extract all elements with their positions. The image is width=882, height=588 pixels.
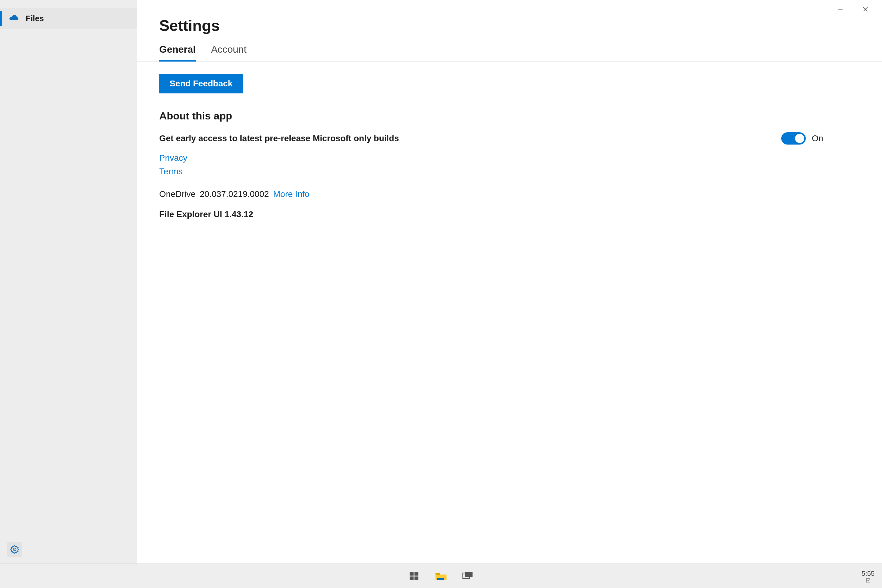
onedrive-version: 20.037.0219.0002	[200, 189, 269, 199]
toggle-row-early-access: Get early access to latest pre-release M…	[159, 132, 860, 144]
taskbar-clock[interactable]: 5:55	[861, 570, 874, 578]
onedrive-name: OneDrive	[159, 189, 195, 199]
tab-general[interactable]: General	[159, 44, 196, 61]
cloud-icon	[9, 13, 19, 24]
taskview-icon	[462, 572, 474, 580]
svg-rect-7	[414, 576, 418, 580]
sidebar: Files	[0, 0, 137, 564]
sidebar-item-files[interactable]: Files	[0, 8, 137, 29]
folder-icon	[435, 571, 447, 581]
svg-rect-6	[410, 576, 414, 580]
content: Send Feedback About this app Get early a…	[137, 62, 882, 231]
titlebar	[824, 0, 882, 18]
gear-icon	[10, 544, 20, 554]
taskbar-item-taskview[interactable]	[460, 569, 475, 584]
close-button[interactable]	[856, 3, 874, 15]
early-access-toggle[interactable]	[781, 132, 806, 144]
privacy-link[interactable]: Privacy	[159, 153, 188, 163]
toggle-label-early-access: Get early access to latest pre-release M…	[159, 134, 399, 143]
svg-rect-12	[866, 579, 870, 582]
minimize-button[interactable]	[831, 3, 849, 15]
send-feedback-button[interactable]: Send Feedback	[159, 74, 243, 93]
toggle-state-label: On	[812, 134, 823, 143]
about-heading: About this app	[159, 110, 860, 122]
settings-button[interactable]	[8, 542, 22, 557]
terms-link[interactable]: Terms	[159, 166, 183, 176]
taskbar-right: 5:55	[861, 564, 874, 588]
svg-rect-5	[414, 572, 418, 576]
taskbar: 5:55	[0, 564, 882, 588]
more-info-link[interactable]: More Info	[273, 189, 309, 199]
windows-icon	[409, 571, 419, 581]
tray-icon[interactable]	[866, 578, 870, 582]
onedrive-version-row: OneDrive 20.037.0219.0002 More Info	[159, 189, 860, 199]
toggle-knob	[795, 134, 804, 143]
svg-rect-9	[437, 578, 444, 580]
taskbar-item-explorer[interactable]	[434, 569, 448, 584]
svg-rect-11	[465, 572, 472, 577]
tab-account[interactable]: Account	[211, 44, 246, 61]
svg-rect-8	[435, 573, 440, 575]
svg-rect-4	[410, 572, 414, 576]
file-explorer-version: File Explorer UI 1.43.12	[159, 210, 860, 219]
tabs: General Account	[137, 44, 882, 62]
start-button[interactable]	[407, 569, 422, 584]
main: Settings General Account Send Feedback A…	[137, 0, 882, 564]
sidebar-item-label: Files	[26, 14, 44, 23]
page-title: Settings	[137, 0, 882, 44]
svg-point-0	[14, 548, 16, 551]
